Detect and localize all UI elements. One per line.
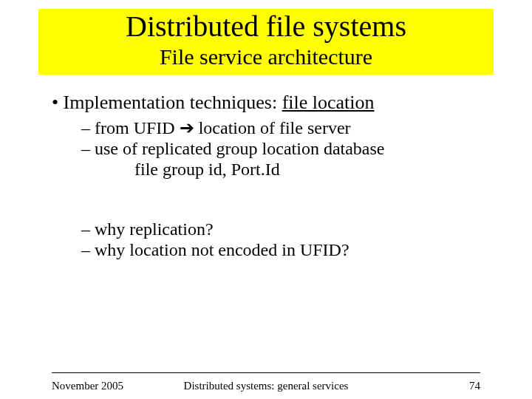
slide-title: Distributed file systems bbox=[38, 10, 494, 43]
sub-line-3: file group id, Port.Id bbox=[134, 159, 495, 180]
slide: Distributed file systems File service ar… bbox=[0, 0, 532, 399]
arrow-icon: ➔ bbox=[180, 117, 194, 137]
footer-center: Distributed systems: general services bbox=[0, 380, 532, 392]
footer-divider bbox=[52, 372, 480, 373]
sub-line-5: – why location not encoded in UFID? bbox=[81, 239, 495, 260]
footer-page: 74 bbox=[469, 380, 480, 392]
slide-body: • Implementation techniques: file locati… bbox=[52, 92, 495, 260]
sub-line-4: – why replication? bbox=[81, 219, 495, 239]
sub-line-2: – use of replicated group location datab… bbox=[81, 138, 495, 159]
sub-line-1b: location of file server bbox=[194, 118, 351, 137]
bullet-marker: • bbox=[52, 92, 64, 113]
slide-subtitle: File service architecture bbox=[38, 44, 494, 70]
bullet-underlined: file location bbox=[282, 92, 375, 113]
title-block: Distributed file systems File service ar… bbox=[38, 9, 494, 75]
sub-line-1: – from UFID ➔ location of file server bbox=[81, 117, 495, 138]
bullet-lead: Implementation techniques: bbox=[64, 92, 282, 113]
sub-line-1a: – from UFID bbox=[81, 118, 180, 137]
spacer bbox=[81, 180, 495, 219]
bullet-main: • Implementation techniques: file locati… bbox=[52, 92, 495, 115]
sub-list: – from UFID ➔ location of file server – … bbox=[81, 117, 495, 261]
